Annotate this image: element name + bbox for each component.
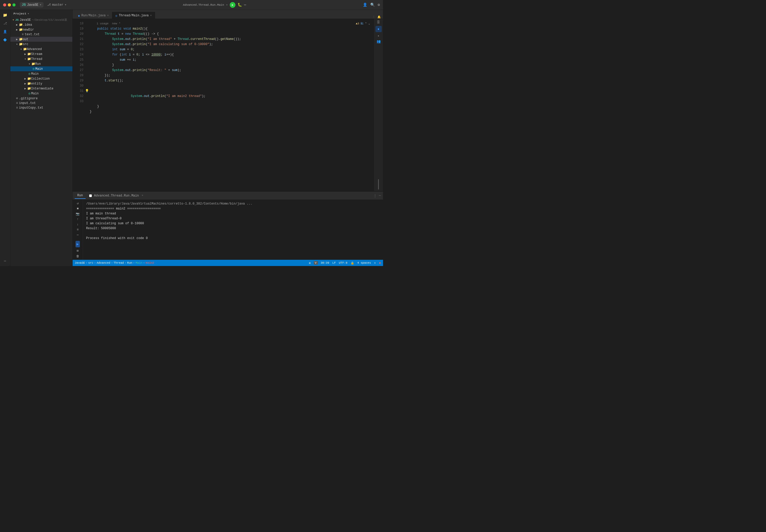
folder-icon6: 📁 [23,47,27,51]
traffic-lights [3,3,16,6]
chevron-down-icon2: ▾ [65,3,66,7]
minimize-panel-icon[interactable]: ─ [379,194,381,198]
database-icon[interactable]: 🗄 [377,20,380,24]
js-icon: JS [22,3,26,7]
tab-close-2[interactable]: × [150,14,152,17]
tree-item-entity[interactable]: ▶ 📁 entity [10,81,72,86]
debug-icon[interactable]: 🐛 [238,3,242,7]
soft-wrap-icon[interactable]: ≡ [77,228,79,232]
v-icon[interactable]: V [314,261,318,265]
tree-label-advanced: Advanced [27,47,42,51]
indent[interactable]: 4 spaces [357,261,371,264]
tree-item-main2[interactable]: ◎ Main [10,71,72,76]
tree-item-out[interactable]: ▶ 📁 out [10,37,72,42]
more-icon[interactable]: ⋯ [244,3,246,7]
run-button[interactable]: ▶ [230,2,235,8]
titlebar: JS JavaSE ▾ ⎇ master ▾ Advanced.Thread.R… [0,0,383,10]
tree-item-collection[interactable]: ▶ 📁 Collection [10,76,72,81]
close-button[interactable] [3,3,6,6]
stop-icon[interactable]: ■ [77,207,79,211]
encoding[interactable]: UTF-8 [339,261,347,264]
tree-label-inputtxt: input.txt [19,101,36,105]
tab-thread-main[interactable]: ◎ Thread/Main.java × [112,12,155,19]
project-badge[interactable]: JS JavaSE ▾ [20,2,44,8]
play-run-icon[interactable]: ▶ [75,241,80,247]
tree-item-src[interactable]: ▾ 📁 src [10,42,72,47]
breadcrumb-advanced: Advanced [97,261,110,264]
split-icon[interactable]: ⋮ [372,15,375,19]
code-line-20: Thread t = new Thread(() -> { [90,31,374,37]
tree-label-texttxt: text.txt [25,33,40,36]
scroll-up-icon[interactable]: ↑ [77,218,79,221]
explorer-icon[interactable]: 📁 [2,11,9,19]
tab-config-close[interactable]: × [142,194,143,197]
camera-icon[interactable]: 📷 [76,212,80,216]
tree-item-main-run[interactable]: ◎ Main [10,66,72,71]
project-header[interactable]: Project ▾ [10,10,72,17]
more-vert-icon[interactable]: ⋯ [2,257,9,264]
code-line-32: } [90,109,374,114]
sep3: › [111,261,113,264]
settings2-icon[interactable]: ⋯ [77,233,79,237]
branch-badge[interactable]: ⎇ master ▾ [47,3,66,7]
tab-run-config[interactable]: Advanced.Thread.Run.Main × [87,193,146,199]
layout-icon[interactable]: ⊞ [77,249,79,253]
bell-icon[interactable]: 🔔 [377,15,381,19]
terminal-area: /Users/eve/Library/Java/JavaVirtualMachi… [83,200,383,260]
chevron-down-icon3: ▾ [226,3,228,6]
tree-item-main3[interactable]: ◎ Main [10,91,72,96]
tree-item-newdir[interactable]: ▶ 📁 newDir [10,27,72,32]
code-content[interactable]: ▲3 ℹ1 ⌃ ⌄ 1 usage new * public static vo… [86,19,374,191]
trash-icon[interactable]: 🗑 [76,254,79,258]
account-icon[interactable]: 👤 [363,3,367,7]
sep1: › [86,261,88,264]
file-tree: Project ▾ ▾ JS JavaSE ~/Desktop/CS/JavaS… [10,10,73,266]
team-icon[interactable]: 👥 [377,39,381,44]
ai-icon[interactable]: ● [375,26,382,32]
minimize-button[interactable] [8,3,11,6]
tree-item-thread[interactable]: ▾ 📁 Thread [10,57,72,61]
tree-item-texttxt[interactable]: ≡ text.txt [10,32,72,37]
tab-run-main[interactable]: ◉ Run/Main.java × [75,12,112,19]
tree-item-stream[interactable]: ▶ 📁 Stream [10,52,72,57]
right-sidebar: 🗄 ● ✦ 👥 [374,19,383,191]
tree-label-collection: Collection [31,77,50,81]
terminal-output[interactable]: /Users/eve/Library/Java/JavaVirtualMachi… [83,200,383,260]
sep5: › [133,261,135,264]
tree-item-idea[interactable]: ▶ 📁 .idea [10,22,72,27]
tree-item-inputtxt[interactable]: ≡ input.txt [10,101,72,106]
line-ending[interactable]: LF [332,261,336,264]
tree-label-gitignore: .gitignore [19,97,38,100]
hint-bulb-icon: 💡 [86,88,89,94]
tree-item-advanced[interactable]: ▾ 📁 Advanced [10,47,72,52]
scroll-down-icon[interactable]: ↓ [77,223,79,226]
search-icon[interactable]: 🔍 [370,3,375,7]
openai-icon[interactable]: ✦ [378,34,380,38]
tree-item-run[interactable]: ▾ 📁 Run [10,61,72,66]
bottom-panel: Run Advanced.Thread.Run.Main × ⋮ ─ [73,191,383,260]
scrollbar-thumb[interactable] [378,179,379,190]
tree-item-intermediate[interactable]: ▶ 📁 Intermediate [10,86,72,91]
maximize-button[interactable] [12,3,16,6]
chevron-down-icon4: ▾ [27,12,29,15]
tree-item-javase[interactable]: ▾ JS JavaSE ~/Desktop/CS/JavaSE基 [10,17,72,22]
settings-icon[interactable]: ⚙ [378,3,380,7]
upload-icon[interactable]: ⬆ [374,261,376,265]
vcs-icon[interactable]: ⎇ [2,20,9,27]
options-icon[interactable]: ⋮ [373,194,377,198]
tab-close-1[interactable]: × [107,14,109,17]
settings-icon2[interactable]: ⚙ [309,261,311,265]
rerun-icon[interactable]: ↺ [77,201,79,205]
tab-bar: ◉ Run/Main.java × ◎ Thread/Main.java × ⋮… [73,10,383,19]
structure-icon[interactable]: 🔷 [2,36,9,44]
breadcrumb-main2: main2 [146,261,154,264]
branch-name: master [52,3,63,7]
tree-item-gitignore[interactable]: ⊘ .gitignore [10,96,72,101]
output-line-6 [86,231,380,236]
tree-item-inputcopytxt[interactable]: ≡ inputCopy.txt [10,106,72,110]
code-line-30: 💡 System.out.println("I am main2 thread"… [90,83,374,104]
user-icon[interactable]: 👤 [2,28,9,35]
tab-run[interactable]: Run [75,193,86,199]
chevron-right-icon2: ▶ [16,28,18,31]
chevron-down-icon6: ▾ [20,47,22,51]
